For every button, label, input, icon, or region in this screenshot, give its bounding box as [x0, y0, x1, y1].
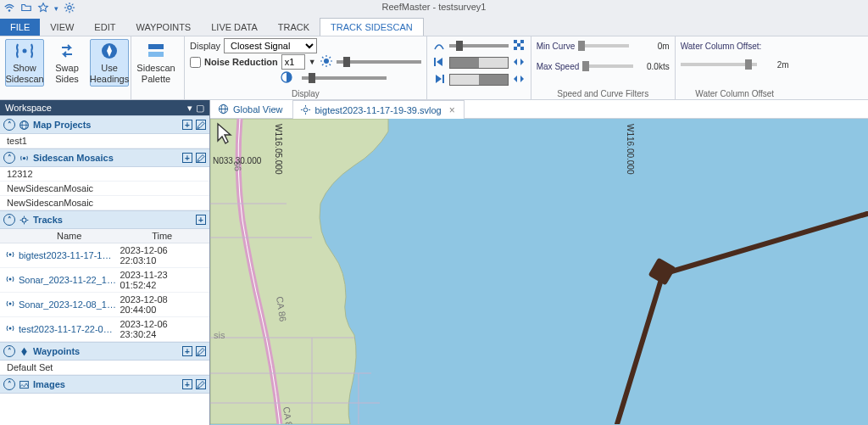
gamma-slider[interactable] — [449, 42, 509, 49]
chevron-up-icon[interactable]: ˄ — [3, 378, 15, 390]
left-right-icon[interactable] — [512, 55, 526, 70]
svg-rect-29 — [434, 58, 436, 66]
chevron-up-icon[interactable]: ˄ — [3, 119, 15, 131]
close-icon[interactable]: ▢ — [196, 103, 204, 114]
water-column-value: 2m — [777, 60, 789, 70]
max-speed-slider[interactable] — [582, 63, 633, 70]
tab-active-file[interactable]: bigtest2023-11-17-19-39.svlog × — [292, 100, 465, 119]
list-item[interactable]: NewSidescanMosaic — [0, 182, 209, 196]
table-row[interactable]: Sonar_2023-12-08_14.4...2023-12-08 20:44… — [0, 293, 209, 317]
lon-label: W116.05.000 — [274, 124, 283, 175]
table-row[interactable]: test2023-11-17-22-05.s...2023-12-06 23:3… — [0, 317, 209, 342]
svg-point-0 — [8, 9, 11, 12]
menu-edit[interactable]: EDIT — [84, 19, 125, 36]
menu-view[interactable]: VIEW — [40, 19, 84, 36]
display-label: Display — [190, 41, 220, 51]
close-tab-icon[interactable]: × — [449, 104, 455, 116]
max-speed-label: Max Speed — [537, 62, 580, 71]
menu-live-data[interactable]: LIVE DATA — [201, 19, 268, 36]
contrast-icon[interactable] — [280, 70, 293, 86]
section-map-projects[interactable]: ˄ Map Projects + — [0, 115, 209, 134]
menu-waypoints[interactable]: WAYPOINTS — [125, 19, 201, 36]
svg-point-34 — [23, 156, 25, 159]
wifi-icon[interactable] — [3, 2, 15, 15]
chevron-up-icon[interactable]: ˄ — [3, 214, 15, 226]
star-icon[interactable] — [37, 2, 49, 15]
section-tracks[interactable]: ˄ Tracks + — [0, 210, 209, 229]
svg-point-40 — [9, 254, 12, 256]
brightness-slider[interactable] — [337, 59, 421, 65]
noise-reduction-checkbox[interactable] — [190, 57, 201, 68]
table-row[interactable]: bigtest2023-11-17-19-3...2023-12-06 22:0… — [0, 243, 209, 268]
quick-access-toolbar: ▾ — [0, 0, 868, 17]
add-icon[interactable]: + — [196, 215, 206, 225]
section-waypoints[interactable]: ˄ Waypoints + — [0, 342, 209, 361]
svg-point-41 — [9, 278, 12, 281]
svg-line-6 — [66, 4, 68, 6]
brightness-icon[interactable] — [320, 54, 333, 70]
globe-icon — [218, 103, 229, 115]
display-select[interactable]: Closest Signal — [224, 38, 317, 53]
tracks-table-header: Name Time — [0, 229, 209, 243]
map-canvas[interactable]: 86 CA 86 CA 86 sis — [210, 119, 868, 425]
range-slider-left[interactable] — [449, 57, 509, 69]
list-item[interactable]: 12312 — [0, 167, 209, 182]
gear-icon[interactable] — [64, 2, 75, 15]
min-curve-value: 0m — [658, 42, 670, 51]
chevron-up-icon[interactable]: ˄ — [3, 345, 15, 357]
skip-back-icon[interactable] — [432, 55, 446, 70]
left-right-icon-2[interactable] — [512, 72, 526, 87]
svg-rect-24 — [514, 40, 517, 43]
dropdown-icon[interactable]: ▾ — [187, 103, 192, 114]
show-sidescan-button[interactable]: ShowSidescan — [5, 39, 44, 87]
min-curve-slider[interactable] — [578, 42, 629, 49]
edit-icon[interactable] — [196, 379, 206, 389]
tab-global-view[interactable]: Global View — [210, 99, 292, 118]
add-icon[interactable]: + — [182, 379, 192, 389]
svg-line-7 — [72, 10, 74, 12]
list-item[interactable]: NewSidescanMosaic — [0, 196, 209, 210]
svg-rect-26 — [517, 43, 520, 47]
track-icon — [5, 274, 15, 286]
add-icon[interactable]: + — [182, 346, 192, 356]
edit-icon[interactable] — [196, 346, 206, 356]
water-column-slider[interactable] — [681, 61, 757, 68]
edit-icon[interactable] — [196, 153, 206, 163]
contrast-slider[interactable] — [302, 75, 387, 81]
section-sidescan-mosaics[interactable]: ˄ Sidescan Mosaics + — [0, 148, 209, 167]
sidescan-icon — [14, 41, 35, 61]
lat-label: N033.30.000 — [213, 156, 261, 165]
skip-forward-icon[interactable] — [432, 72, 446, 87]
speed-group-caption: Speed and Curve Filters — [537, 89, 670, 98]
noise-reduction-label: Noise Reduction — [204, 57, 278, 67]
folder-icon[interactable] — [20, 2, 32, 15]
list-item[interactable]: test1 — [0, 134, 209, 148]
list-item[interactable]: Default Set — [0, 361, 209, 375]
chevron-down-icon[interactable]: ▾ — [54, 4, 58, 13]
map-document-area: Global View bigtest2023-11-17-19-39.svlo… — [210, 100, 868, 425]
table-row[interactable]: Sonar_2023-11-22_19.5...2023-11-23 01:52… — [0, 268, 209, 293]
sidescan-palette-button[interactable]: SidescanPalette — [136, 39, 175, 87]
gamma-icon[interactable] — [432, 38, 446, 53]
use-headings-button[interactable]: UseHeadings — [90, 39, 129, 87]
file-menu[interactable]: FILE — [0, 19, 40, 36]
edit-icon[interactable] — [196, 120, 206, 130]
max-speed-value: 0.0kts — [647, 62, 670, 71]
ribbon: ShowSidescan SwapSides UseHeadings Sides… — [0, 36, 868, 100]
svg-point-43 — [9, 327, 12, 330]
chevron-up-icon[interactable]: ˄ — [3, 152, 15, 164]
water-column-caption: Water Column Offset — [681, 89, 789, 98]
checker-icon[interactable] — [512, 38, 526, 53]
add-icon[interactable]: + — [182, 120, 192, 130]
section-images[interactable]: ˄ Images + — [0, 375, 209, 394]
swap-sides-button[interactable]: SwapSides — [47, 39, 86, 87]
range-slider-right[interactable] — [449, 74, 509, 86]
menu-track[interactable]: TRACK — [268, 19, 320, 36]
svg-line-9 — [72, 4, 74, 6]
track-icon — [5, 249, 15, 261]
add-icon[interactable]: + — [182, 153, 192, 163]
menu-track-sidescan[interactable]: TRACK SIDESCAN — [320, 18, 424, 36]
noise-reduction-factor[interactable] — [281, 54, 305, 70]
svg-line-19 — [322, 57, 324, 59]
dropdown-icon[interactable]: ▼ — [309, 58, 316, 66]
